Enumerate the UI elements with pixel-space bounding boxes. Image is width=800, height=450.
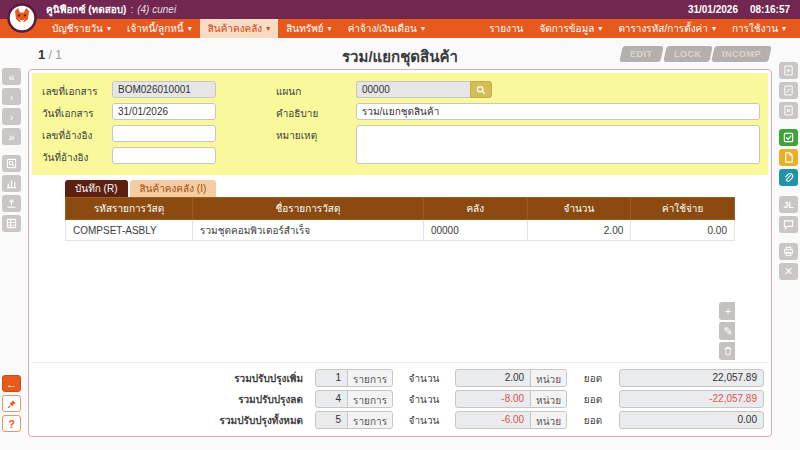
chevron-down-icon: ▾ (712, 24, 716, 33)
document-status-button[interactable] (779, 149, 798, 166)
menu-payable-receivable[interactable]: เจ้าหนี้/ลูกหนี้ ▾ (119, 19, 200, 38)
doc-date-field[interactable] (112, 103, 216, 120)
edit-state-button[interactable]: EDIT (619, 46, 663, 62)
lock-state-button[interactable]: LOCK (663, 46, 712, 62)
search-document-button[interactable] (2, 155, 21, 172)
materials-table: รหัสรายการวัสดุ ชื่อรายการวัสดุ คลัง จำน… (65, 197, 735, 241)
qty-unit: หน่วย (530, 391, 566, 407)
add-row-button[interactable]: + (719, 302, 735, 320)
document-header-form: เลขที่เอกสาร วันที่เอกสาร เลขที่อ้างอิง … (32, 73, 768, 175)
bar-chart-icon (6, 178, 17, 189)
chart-button[interactable] (2, 175, 21, 192)
detail-tabs: บันทึก (R) สินค้าคงคลัง (I) (65, 180, 768, 197)
row-action-buttons: + ✎ (719, 302, 735, 360)
col-material-name: ชื่อรายการวัสดุ (193, 198, 424, 220)
document-x-icon (783, 105, 794, 116)
department-field[interactable] (356, 81, 470, 98)
cell-expense: 0.00 (631, 220, 735, 241)
grid-view-button[interactable] (2, 215, 21, 232)
menu-usage[interactable]: การใช้งาน ▾ (724, 19, 794, 38)
first-record-button[interactable]: « (2, 68, 21, 85)
tab-inventory[interactable]: สินค้าคงคลัง (I) (130, 180, 217, 197)
app-name-separator: : (130, 4, 133, 15)
printer-icon (783, 246, 794, 257)
table-row[interactable]: COMPSET-ASBLY รวมชุดคอมพิวเตอร์สำเร็จ 00… (66, 220, 735, 241)
amount-word: ยอด (567, 392, 619, 407)
menu-code-tables-settings[interactable]: ตารางรหัส/การตั้งค่า ▾ (610, 19, 724, 38)
edit-document-button[interactable] (779, 82, 798, 99)
previous-record-button[interactable]: ‹ (2, 88, 21, 105)
attachment-button[interactable] (779, 169, 798, 186)
plus-icon: + (725, 305, 731, 317)
cell-material-name: รวมชุดคอมพิวเตอร์สำเร็จ (193, 220, 424, 241)
doc-no-field[interactable] (112, 81, 216, 98)
qty-unit: หน่วย (530, 412, 566, 428)
delete-row-button[interactable] (719, 342, 735, 360)
pin-button[interactable] (2, 395, 21, 412)
amount-box: 0.00 (619, 411, 764, 429)
amount-word: ยอด (567, 371, 619, 386)
col-quantity: จำนวน (527, 198, 631, 220)
adjustment-summary: รวมปรับปรุงเพิ่ม 1 รายการ จำนวน 2.00 หน่… (32, 362, 768, 433)
menu-inventory[interactable]: สินค้าคงคลัง ▾ (200, 19, 279, 38)
description-label: คำอธิบาย (276, 103, 356, 121)
materials-table-area: รหัสรายการวัสดุ ชื่อรายการวัสดุ คลัง จำน… (65, 197, 735, 362)
tab-record[interactable]: บันทึก (R) (65, 180, 128, 197)
menu-assets[interactable]: สินทรัพย์ ▾ (278, 19, 339, 38)
chevron-down-icon: ▾ (266, 24, 270, 33)
journal-link-button[interactable]: JL (779, 196, 798, 213)
next-record-button[interactable]: › (2, 108, 21, 125)
qty-box: -6.00 หน่วย (455, 411, 567, 429)
summary-row-total: รวมปรับปรุงทั้งหมด 5 รายการ จำนวน -6.00 … (32, 410, 764, 430)
doc-no-label: เลขที่เอกสาร (42, 81, 112, 99)
app-name: คูนิฟือกซ์ (ทดสอบ) (46, 2, 126, 17)
qty-word: จำนวน (393, 413, 455, 428)
approve-button[interactable] (779, 129, 798, 146)
menu-data-management[interactable]: จัดการข้อมูล ▾ (531, 19, 610, 38)
pager-total: 1 (55, 48, 62, 62)
chevron-down-icon: ▾ (598, 24, 602, 33)
paperclip-icon (783, 172, 794, 183)
amount-box: 22,057.89 (619, 369, 764, 387)
app-window: คูนิฟือกซ์ (ทดสอบ) : (4) cunei 31/01/202… (0, 0, 800, 450)
comment-button[interactable] (779, 216, 798, 233)
record-pager: 1 / 1 (38, 47, 62, 62)
pin-icon (7, 399, 17, 409)
upload-button[interactable] (2, 195, 21, 212)
back-button[interactable]: ← (2, 375, 21, 392)
department-search-button[interactable] (470, 81, 492, 98)
qty-box: -8.00 หน่วย (455, 390, 567, 408)
edit-row-button[interactable]: ✎ (719, 322, 735, 340)
exit-button[interactable]: ✕ (779, 263, 798, 280)
chevron-down-icon: ▾ (328, 24, 332, 33)
ref-date-field[interactable] (112, 147, 216, 164)
journal-icon: JL (783, 200, 794, 210)
upload-icon (6, 198, 17, 209)
col-expense: ค่าใช้จ่าย (631, 198, 735, 220)
new-document-button[interactable] (779, 62, 798, 79)
titlebar: คูนิฟือกซ์ (ทดสอบ) : (4) cunei 31/01/202… (0, 0, 800, 19)
amount-word: ยอด (567, 413, 619, 428)
prev-icon: ‹ (10, 91, 14, 103)
summary-label: รวมปรับปรุงเพิ่ม (32, 371, 315, 386)
cancel-document-button[interactable] (779, 102, 798, 119)
check-square-icon (783, 132, 794, 143)
summary-label: รวมปรับปรุงทั้งหมด (32, 413, 315, 428)
page-header: 1 / 1 รวม/แยกชุดสินค้า EDIT LOCK INCOMP (28, 38, 772, 69)
help-button[interactable]: ? (2, 415, 21, 432)
note-field[interactable] (356, 125, 760, 164)
menu-payroll[interactable]: ค่าจ้าง/เงินเดือน ▾ (340, 19, 433, 38)
chevron-down-icon: ▾ (107, 24, 111, 33)
qty-box: 2.00 หน่วย (455, 369, 567, 387)
incomp-state-button[interactable]: INCOMP (711, 46, 771, 62)
last-record-button[interactable]: » (2, 128, 21, 145)
menu-reports[interactable]: รายงาน (481, 19, 531, 38)
print-button[interactable] (779, 243, 798, 260)
ref-no-field[interactable] (112, 125, 216, 142)
session-user: (4) cunei (137, 4, 176, 15)
description-field[interactable] (356, 103, 760, 120)
summary-row-increase: รวมปรับปรุงเพิ่ม 1 รายการ จำนวน 2.00 หน่… (32, 368, 764, 388)
menu-daily-journal[interactable]: บัญชีรายวัน ▾ (44, 19, 119, 38)
qty-word: จำนวน (393, 392, 455, 407)
comment-icon (783, 219, 794, 230)
